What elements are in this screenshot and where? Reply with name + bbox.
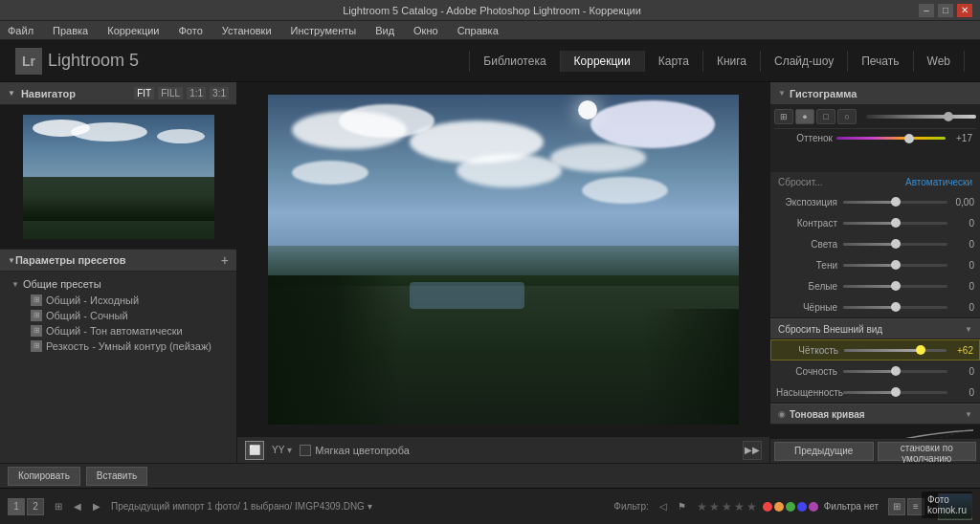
menu-item-окно[interactable]: Окно: [410, 23, 442, 38]
menu-item-вид[interactable]: Вид: [371, 23, 398, 38]
topnav: Lr Lightroom 5 БиблиотекаКоррекцииКартаК…: [0, 40, 980, 82]
filmstrip-filter-none[interactable]: Фильтра нет: [824, 501, 879, 512]
filmstrip-info: Предыдущий импорт 1 фото/ 1 выбрано/ IMG…: [111, 501, 608, 512]
hist-circle2-button[interactable]: ○: [837, 109, 857, 124]
filmstrip-prev-icon[interactable]: ◀: [69, 498, 86, 515]
contrast-slider[interactable]: [843, 222, 947, 225]
close-button[interactable]: ✕: [957, 4, 972, 17]
color-yellow-button[interactable]: [774, 502, 784, 512]
defaults-button[interactable]: становки по умолчанию: [878, 442, 977, 461]
filmstrip-view1[interactable]: ⊞: [888, 498, 905, 515]
presence-collapse-icon[interactable]: ▼: [965, 325, 972, 334]
list-item[interactable]: ⊞ Общий - Тон автоматически: [0, 323, 236, 338]
minimize-button[interactable]: –: [919, 4, 934, 17]
histogram-exposure-slider[interactable]: [866, 115, 976, 119]
main-photo: [268, 95, 739, 425]
blacks-row: Чёрные 0: [770, 296, 980, 317]
star3-button[interactable]: ★: [722, 500, 732, 513]
nav-end-button[interactable]: ▶▶: [743, 441, 762, 460]
menu-item-фото[interactable]: Фото: [175, 23, 207, 38]
right-action-bar: Предыдущие становки по умолчанию: [770, 438, 980, 463]
filmstrip-page1[interactable]: 1: [8, 498, 25, 515]
nav-tab-web[interactable]: Web: [914, 51, 965, 72]
filmstrip-grid-icon[interactable]: ⊞: [50, 498, 67, 515]
star1-button[interactable]: ★: [697, 500, 707, 513]
menu-item-установки[interactable]: Установки: [218, 23, 276, 38]
zoom-fill-button[interactable]: FILL: [158, 87, 183, 99]
photo-view: [237, 82, 769, 436]
reset-button[interactable]: Сбросит...: [778, 177, 822, 187]
shadows-slider[interactable]: [843, 264, 947, 267]
filmstrip-page-buttons: 1 2: [8, 498, 44, 515]
list-item[interactable]: ⊞ Резкость - Умный контур (пейзаж): [0, 338, 236, 354]
prev-button[interactable]: Предыдущие: [774, 442, 874, 461]
navigator-header: ▼ Навигатор FIT FILL 1:1 3:1: [0, 82, 236, 105]
zoom-1-1-button[interactable]: 1:1: [187, 87, 206, 99]
zoom-3-1-button[interactable]: 3:1: [210, 87, 229, 99]
nav-tab-слайд-шоу[interactable]: Слайд-шоу: [761, 51, 848, 72]
star2-button[interactable]: ★: [709, 500, 720, 513]
group-collapse-icon: ▼: [11, 280, 19, 289]
whites-slider[interactable]: [843, 285, 947, 288]
copy-button[interactable]: Копировать: [8, 467, 80, 486]
preset-group-header[interactable]: ▼ Общие пресеты: [0, 275, 236, 293]
blacks-label: Чёрные: [776, 302, 843, 313]
nav-tab-книга[interactable]: Книга: [703, 51, 761, 72]
preset-item-icon: ⊞: [31, 295, 42, 306]
filmstrip-next-icon[interactable]: ▶: [88, 498, 105, 515]
filter-prev-icon[interactable]: ◁: [655, 498, 672, 515]
color-purple-button[interactable]: [809, 502, 818, 512]
proof-check: Мягкая цветопроба: [300, 445, 409, 456]
exposure-slider[interactable]: [843, 201, 947, 204]
menu-item-справка[interactable]: Справка: [454, 23, 502, 38]
presets-collapse-icon[interactable]: ▼: [8, 256, 15, 265]
menu-item-коррекции[interactable]: Коррекции: [103, 23, 163, 38]
navigator-title: Навигатор: [21, 88, 128, 99]
yy-label[interactable]: YY: [272, 445, 284, 455]
color-red-button[interactable]: [763, 502, 772, 512]
crop-tool-button[interactable]: ⬜: [245, 441, 264, 460]
hist-circle-button[interactable]: ●: [795, 109, 814, 124]
tone-curve-collapse-icon[interactable]: ▼: [965, 410, 972, 419]
navigator-collapse-icon[interactable]: ▼: [8, 89, 15, 98]
clarity-slider[interactable]: [844, 349, 947, 352]
hist-grid-button[interactable]: ⊞: [774, 109, 793, 124]
highlights-slider[interactable]: [843, 243, 947, 246]
saturation-slider[interactable]: [843, 391, 947, 394]
nav-tab-коррекции[interactable]: Коррекции: [561, 51, 645, 72]
list-item[interactable]: ⊞ Общий - Исходный: [0, 293, 236, 308]
auto-button[interactable]: Автоматически: [905, 177, 972, 187]
left-panel: ▼ Навигатор FIT FILL 1:1 3:1: [0, 82, 237, 463]
star5-button[interactable]: ★: [746, 500, 757, 513]
left-action-bar: Копировать Вставить: [0, 463, 980, 488]
maximize-button[interactable]: □: [938, 4, 953, 17]
hist-rect-button[interactable]: □: [816, 109, 835, 124]
color-green-button[interactable]: [786, 502, 795, 512]
histogram-collapse-icon[interactable]: ▼: [778, 89, 786, 98]
vibrance-slider[interactable]: [843, 370, 947, 373]
whites-thumb: [891, 281, 901, 291]
contrast-value: 0: [947, 218, 974, 229]
list-item[interactable]: ⊞ Общий - Сочный: [0, 308, 236, 323]
zoom-fit-button[interactable]: FIT: [134, 87, 154, 99]
star4-button[interactable]: ★: [734, 500, 745, 513]
tone-slider-track[interactable]: [836, 137, 946, 140]
clarity-thumb: [916, 345, 925, 355]
filter-flag-icon[interactable]: ⚑: [674, 498, 691, 515]
menu-item-правка[interactable]: Правка: [49, 23, 92, 38]
menu-item-файл[interactable]: Файл: [4, 23, 37, 38]
blacks-slider[interactable]: [843, 306, 947, 309]
paste-button[interactable]: Вставить: [86, 467, 147, 486]
yy-dropdown-icon[interactable]: ▾: [287, 445, 292, 455]
titlebar-controls: – □ ✕: [919, 4, 972, 17]
add-preset-button[interactable]: +: [221, 252, 229, 268]
highlights-label: Света: [776, 239, 843, 250]
nav-tab-библиотека[interactable]: Библиотека: [469, 51, 560, 72]
color-blue-button[interactable]: [797, 502, 807, 512]
filmstrip-page2[interactable]: 2: [27, 498, 44, 515]
nav-tab-карта[interactable]: Карта: [645, 51, 703, 72]
nav-tab-печать[interactable]: Печать: [848, 51, 913, 72]
menu-item-инструменты[interactable]: Инструменты: [287, 23, 361, 38]
proof-checkbox[interactable]: [300, 445, 311, 456]
presence-sliders-section: Чёткость +62 Сочность 0 Насы: [770, 339, 980, 404]
